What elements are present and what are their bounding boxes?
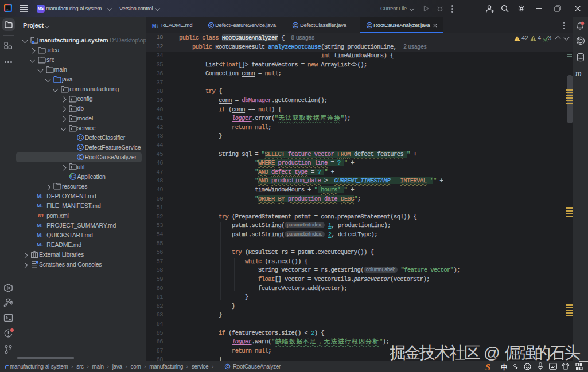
svg-text:C: C <box>368 23 371 28</box>
svg-text:C: C <box>71 174 74 179</box>
svg-text:C: C <box>294 23 297 28</box>
svg-text:C: C <box>79 135 82 140</box>
svg-text:C: C <box>226 364 229 368</box>
svg-text:C: C <box>79 154 82 160</box>
svg-text:C: C <box>209 23 213 28</box>
svg-text:C: C <box>79 144 82 150</box>
